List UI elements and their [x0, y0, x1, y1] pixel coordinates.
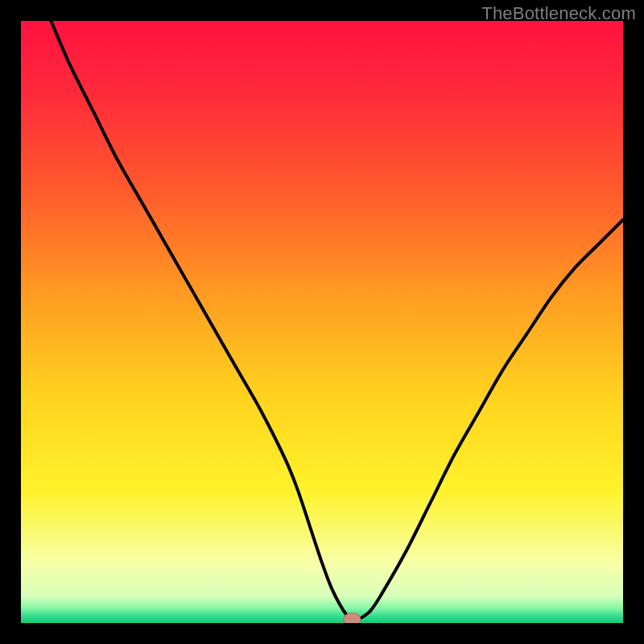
optimal-point-marker [344, 613, 361, 623]
bottleneck-chart [21, 21, 623, 623]
outer-frame: TheBottleneck.com [0, 0, 644, 644]
watermark-text: TheBottleneck.com [481, 3, 636, 24]
